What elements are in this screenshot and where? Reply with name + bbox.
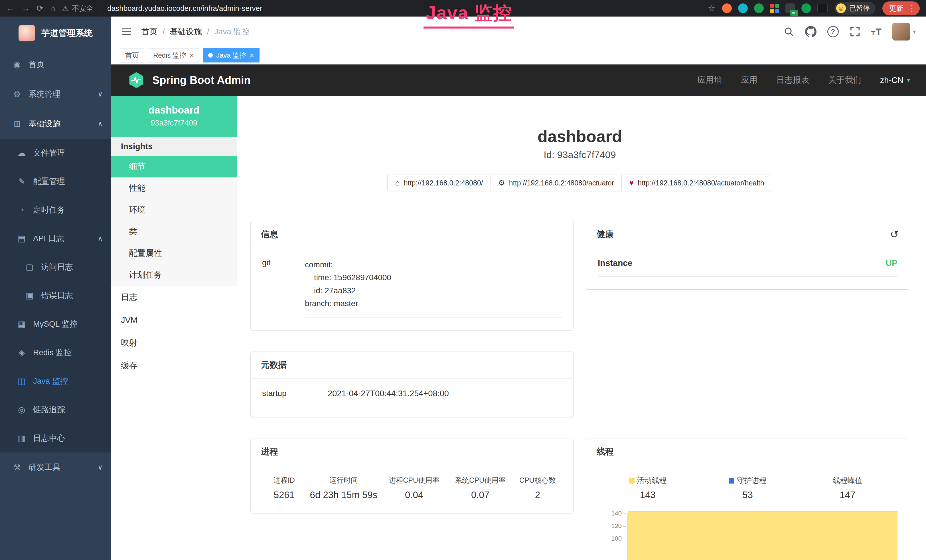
app-logo-row[interactable]: 芋道管理系统 [0, 17, 111, 50]
fullscreen-icon[interactable] [850, 26, 860, 37]
sba-frame: Spring Boot Admin 应用墙 应用 日志报表 关于我们 zh-CN… [111, 65, 926, 560]
sba-brand[interactable]: Spring Boot Admin [127, 71, 251, 89]
tab-java[interactable]: Java 监控 × [203, 48, 260, 62]
info-key: git [262, 258, 305, 318]
sidebar-item-access-log[interactable]: ▢ 访问日志 [0, 253, 111, 281]
extension-icon-paw[interactable] [817, 3, 828, 14]
sba-locale-select[interactable]: zh-CN ▾ [880, 76, 910, 85]
update-button[interactable]: 更新 ⋮ [882, 2, 920, 15]
avatar [892, 23, 910, 41]
sidebar-item-java[interactable]: ◫ Java 监控 [0, 367, 111, 395]
sidebar-item-devtools[interactable]: ⚒ 研发工具 ∨ [0, 453, 111, 482]
sba-side-item-configprops[interactable]: 配置属性 [111, 242, 237, 264]
instance-links: ⌂ http://192.168.0.2:48080/ ⚙ http://192… [251, 175, 909, 191]
sidebar-item-error-log[interactable]: ▣ 错误日志 [0, 281, 111, 310]
profile-chip[interactable]: ☺ 已暂停 [834, 2, 876, 15]
sidebar-item-config[interactable]: ✎ 配置管理 [0, 167, 111, 196]
bookmark-star-icon[interactable]: ☆ [708, 4, 715, 12]
back-icon[interactable]: ← [6, 4, 15, 12]
main-column: 首页 / 基础设施 / Java 监控 [111, 17, 926, 560]
sidebar-item-file[interactable]: ☁ 文件管理 [0, 139, 111, 167]
sba-brand-label: Spring Boot Admin [152, 74, 251, 86]
base-url-link[interactable]: ⌂ http://192.168.0.2:48080/ [387, 175, 490, 191]
cards-grid: 信息 git commit: time: 1596289704000 id: 2… [251, 221, 909, 560]
sidebar-item-label: 链路追踪 [33, 404, 65, 415]
extension-icon-grid[interactable] [770, 4, 779, 13]
sidebar-item-label: 首页 [29, 59, 44, 70]
font-size-icon[interactable]: TT [871, 27, 882, 36]
forward-icon[interactable]: → [21, 4, 30, 12]
sidebar-item-api-log[interactable]: ▤ API 日志 ∧ [0, 224, 111, 253]
sidebar-item-infra[interactable]: ⊞ 基础设施 ∧ [0, 109, 111, 139]
threads-legend: 活动线程 143 守护进程 53 [598, 475, 897, 500]
y-axis: 140 120 100 [598, 513, 627, 560]
wrench-icon: ⚙ [498, 179, 505, 187]
sba-side-group-label: Insights [111, 137, 237, 156]
close-icon[interactable]: × [190, 51, 194, 59]
sidebar-item-system[interactable]: ⚙ 系统管理 ∨ [0, 79, 111, 109]
sidebar-item-log-center[interactable]: ▥ 日志中心 [0, 424, 111, 453]
history-icon[interactable]: ↺ [890, 229, 899, 240]
sba-nav-wallboard[interactable]: 应用墙 [697, 74, 722, 86]
breadcrumb-home[interactable]: 首页 [141, 26, 157, 37]
sba-side-item-jvm[interactable]: JVM [111, 309, 237, 331]
sba-nav-applications[interactable]: 应用 [741, 74, 758, 86]
sidebar-item-job[interactable]: ◔ 定时任务 [0, 196, 111, 224]
extension-icon-green[interactable] [754, 3, 764, 13]
close-icon[interactable]: × [250, 51, 254, 59]
extension-icon-proxy[interactable]: on [785, 3, 795, 13]
page-title: dashboard [251, 127, 909, 146]
app-title: 芋道管理系统 [41, 27, 93, 39]
sidebar-item-trace[interactable]: ◎ 链路追踪 [0, 395, 111, 424]
health-url-link[interactable]: ♥ http://192.168.0.2:48080/actuator/heal… [622, 175, 772, 191]
column-header: 进程ID [262, 475, 306, 485]
security-indicator[interactable]: ⚠ 不安全 [62, 4, 93, 13]
warning-icon: ⚠ [62, 4, 68, 12]
health-card: 健康 ↺ Instance UP [586, 221, 909, 289]
sba-side-item-details[interactable]: 细节 [111, 156, 237, 177]
sba-side-item-mappings[interactable]: 映射 [111, 331, 237, 354]
user-menu[interactable]: ▾ [892, 23, 916, 41]
database-icon: ▦ [17, 319, 27, 329]
instance-header[interactable]: dashboard 93a3fc7f7409 [111, 96, 237, 137]
breadcrumb-infra[interactable]: 基础设施 [170, 26, 202, 37]
sba-side-item-caches[interactable]: 缓存 [111, 354, 237, 377]
sba-side-item-scheduled[interactable]: 计划任务 [111, 264, 237, 286]
annotation-java-monitor: Java 监控 [424, 1, 514, 29]
app-logo [18, 25, 35, 41]
info-line: time: 1596289704000 [305, 271, 562, 284]
sba-side-item-beans[interactable]: 类 [111, 221, 237, 242]
sba-side-item-environment[interactable]: 环境 [111, 199, 237, 221]
monitor-icon: ◫ [17, 376, 27, 386]
search-icon[interactable] [784, 26, 794, 37]
sidebar-item-redis[interactable]: ◈ Redis 监控 [0, 338, 111, 367]
sba-locale-label: zh-CN [880, 76, 903, 85]
sba-nav-about[interactable]: 关于我们 [828, 74, 861, 86]
browser-menu-icon[interactable]: ⋮ [908, 5, 916, 12]
sidebar-toggle-icon[interactable] [121, 27, 132, 36]
sidebar-item-label: Java 监控 [33, 376, 68, 387]
tab-redis[interactable]: Redis 监控 × [148, 48, 199, 62]
link-label: http://192.168.0.2:48080/ [404, 179, 483, 187]
sba-side-item-metrics[interactable]: 性能 [111, 177, 237, 199]
home-icon[interactable]: ⌂ [50, 4, 55, 12]
extension-icon-leaf[interactable] [801, 3, 811, 13]
github-icon[interactable] [805, 26, 817, 37]
reload-icon[interactable]: ⟳ [36, 4, 43, 12]
help-icon[interactable]: ? [827, 26, 839, 37]
sidebar-item-label: 定时任务 [33, 204, 65, 215]
extension-icon-fox[interactable] [722, 3, 732, 13]
instance-sidebar: dashboard 93a3fc7f7409 Insights 细节 性能 环境… [111, 96, 237, 560]
sidebar-item-home[interactable]: ◉ 首页 [0, 50, 111, 79]
actuator-url-link[interactable]: ⚙ http://192.168.0.2:48080/actuator [490, 175, 622, 191]
extension-icon-drop[interactable] [738, 3, 748, 13]
cell-value: 5261 [262, 490, 306, 500]
cell-value: 2 [513, 490, 562, 500]
app-header: 首页 / 基础设施 / Java 监控 [111, 17, 926, 47]
sba-nav-journal[interactable]: 日志报表 [776, 74, 809, 86]
sba-side-item-loggers[interactable]: 日志 [111, 286, 237, 309]
tab-home[interactable]: 首页 [120, 48, 144, 62]
address-bar[interactable]: dashboard.yudao.iocoder.cn/infra/admin-s… [107, 4, 262, 13]
card-title: 线程 [597, 446, 614, 458]
sidebar-item-mysql[interactable]: ▦ MySQL 监控 [0, 310, 111, 338]
